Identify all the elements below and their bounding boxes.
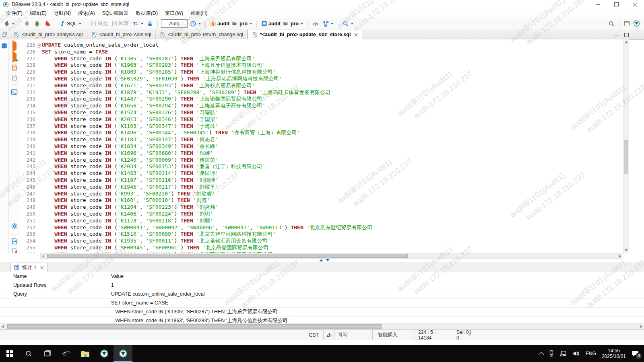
dashboard-button[interactable]: [311, 20, 320, 28]
search-button[interactable]: [341, 20, 355, 28]
menu-item[interactable]: 搜索(A): [74, 9, 99, 18]
menu-item[interactable]: SQL 编辑器: [99, 9, 132, 18]
execute-new-tab-button[interactable]: [12, 53, 17, 61]
rollback-button[interactable]: 回滚: [110, 19, 130, 28]
stats-row[interactable]: WHEN store_code IN ('K1305', 'SF00287') …: [0, 308, 644, 317]
column-header-name[interactable]: Name: [13, 272, 27, 281]
status-segment: CST: [304, 330, 323, 340]
chevron-down-icon: [331, 23, 333, 25]
scrollbar-thumb[interactable]: [47, 254, 408, 258]
scroll-right-icon[interactable]: [640, 325, 642, 328]
menu-item[interactable]: 编辑(E): [26, 9, 50, 18]
scrollbar-thumb[interactable]: [624, 140, 628, 174]
collapse-down-icon[interactable]: [326, 259, 330, 261]
scroll-right-icon[interactable]: [619, 255, 621, 258]
stats-row[interactable]: QueryUPDATE custom_online_sale_order_loc…: [0, 290, 644, 299]
maximize-view-icon[interactable]: [624, 33, 629, 37]
perspective-icon[interactable]: [624, 21, 631, 27]
network-icon[interactable]: [560, 350, 567, 357]
sql-console-button[interactable]: [11, 89, 18, 95]
stats-row[interactable]: SET store_name = CASE: [0, 299, 644, 308]
editor-tab[interactable]: <audit_bi_pro> analysis.sql: [10, 30, 87, 39]
editor-vertical-scrollbar[interactable]: [623, 39, 629, 253]
restore-view-icon[interactable]: [0, 30, 10, 39]
tray-expand-icon[interactable]: [539, 352, 544, 357]
commit-mode-select[interactable]: Auto: [161, 19, 188, 28]
start-button[interactable]: [0, 345, 19, 362]
scroll-left-icon[interactable]: [42, 255, 44, 258]
execute-script-button[interactable]: [11, 64, 18, 71]
code-line: SET store_name = CASE: [42, 49, 623, 56]
transaction-log-button[interactable]: [189, 20, 202, 28]
connect-button[interactable]: [23, 20, 31, 28]
execute-statement-button[interactable]: [12, 43, 17, 50]
sql-editor-button[interactable]: SQL: [58, 20, 83, 28]
database-navigator-icon[interactable]: [1, 43, 8, 49]
clock-date: 2025/10/21: [602, 354, 626, 359]
scrollbar-thumb[interactable]: [7, 324, 382, 329]
scroll-left-icon[interactable]: [2, 325, 4, 328]
menu-item[interactable]: 文件(F): [2, 9, 26, 18]
menu-item[interactable]: 数据库(D): [132, 9, 161, 18]
quick-search-icon[interactable]: [608, 21, 615, 27]
statistics-tab[interactable]: 统计 1: [10, 263, 47, 272]
export-result-button[interactable]: [11, 238, 18, 245]
line-number: 230: [20, 76, 42, 82]
dbeaver-perspective-icon[interactable]: [633, 20, 640, 27]
taskbar-search-button[interactable]: [19, 345, 38, 362]
editor-horizontal-scrollbar[interactable]: [40, 253, 623, 259]
execution-plan-button[interactable]: [321, 20, 334, 28]
dbeaver-taskbar-button[interactable]: [95, 345, 114, 362]
scroll-down-icon[interactable]: [625, 249, 628, 251]
results-horizontal-scrollbar[interactable]: [0, 323, 644, 329]
editor-tab[interactable]: *<audit_bi_pro> update_sbz_store.sql: [248, 30, 363, 39]
close-button[interactable]: [625, 0, 644, 9]
action-center-button[interactable]: 9: [632, 350, 639, 357]
tab-close-icon[interactable]: [354, 33, 358, 37]
language-indicator[interactable]: ENG: [586, 351, 596, 356]
disconnect-button[interactable]: [43, 20, 52, 28]
plug-disconnect-icon: [44, 21, 50, 27]
reconnect-button[interactable]: [33, 20, 41, 28]
lock-icon: [147, 21, 153, 27]
lock-button[interactable]: [146, 20, 154, 28]
code-line: WHEN store_code IN ('K1963', 'SF00283') …: [42, 62, 623, 69]
panel-splitter[interactable]: [0, 259, 644, 262]
code-lines[interactable]: UPDATE custom_online_sale_order_localSET…: [42, 39, 623, 253]
usb-device-icon[interactable]: [549, 350, 554, 357]
chevron-down-icon: [301, 23, 303, 25]
minimize-view-icon[interactable]: [615, 35, 619, 35]
stats-row[interactable]: Updated Rows1: [0, 281, 644, 290]
commit-button[interactable]: 提交: [89, 19, 109, 28]
editor-tab[interactable]: <audit_bi_pro> sale.sql: [87, 30, 156, 39]
menu-bar: 文件(F)编辑(E)导航(N)搜索(A)SQL 编辑器数据库(D)窗口(W)帮助…: [0, 9, 644, 18]
rollback-doc-icon: [111, 21, 118, 27]
speaker-icon[interactable]: [573, 350, 580, 357]
dbeaver-taskbar-button-active[interactable]: [114, 345, 132, 362]
line-number: 238: [20, 130, 42, 136]
menu-item[interactable]: 帮助(H): [187, 9, 211, 18]
editor-tab[interactable]: <audit_bi_pro> return_change.sql: [156, 30, 248, 39]
file-explorer-button[interactable]: [76, 345, 95, 362]
settings-gear-icon[interactable]: [11, 223, 18, 229]
connection-selector[interactable]: audit_bi_pro: [209, 20, 253, 27]
scroll-up-icon[interactable]: [625, 41, 628, 43]
column-header-value[interactable]: Value: [111, 272, 124, 281]
collapse-up-icon[interactable]: [319, 259, 323, 261]
maximize-button[interactable]: [607, 0, 625, 9]
stats-name-cell: Updated Rows: [13, 281, 46, 290]
new-connection-button[interactable]: [2, 20, 16, 28]
transaction-mode-button[interactable]: T: [131, 20, 144, 28]
taskbar-clock[interactable]: 14:55 2025/10/21: [602, 348, 626, 359]
task-view-button[interactable]: [38, 345, 57, 362]
menu-item[interactable]: 导航(N): [50, 9, 74, 18]
tab-close-icon[interactable]: [40, 266, 44, 269]
menu-item[interactable]: 窗口(W): [161, 9, 187, 18]
column-divider[interactable]: [108, 272, 108, 323]
schema-selector[interactable]: audit_bi_pro: [260, 20, 304, 27]
line-number: 252: [20, 224, 42, 231]
explain-plan-button[interactable]: [11, 74, 18, 81]
fold-collapse-icon[interactable]: [37, 43, 41, 48]
minimize-button[interactable]: [588, 0, 607, 9]
internet-explorer-button[interactable]: e: [57, 345, 76, 362]
